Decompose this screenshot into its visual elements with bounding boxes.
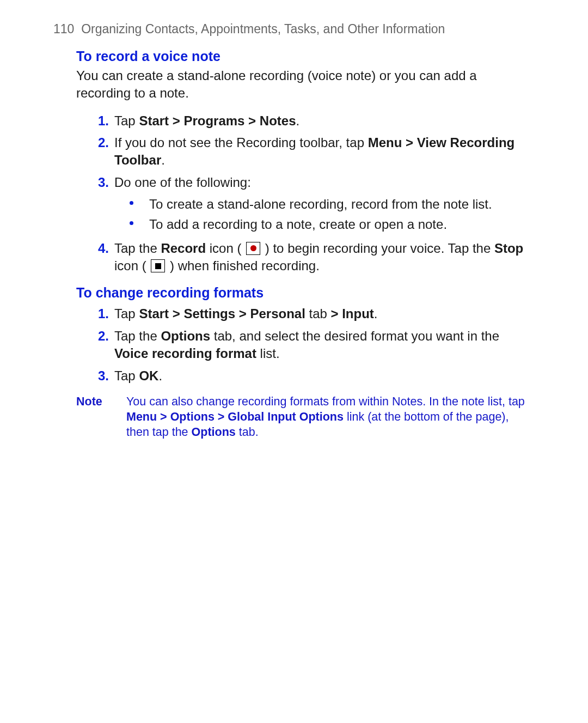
sub-text: To create a stand-alone recording, recor… [149, 197, 492, 211]
note-body: You can also change recording formats fr… [126, 394, 535, 440]
bullet-icon [130, 201, 133, 205]
note-label: Note [76, 394, 126, 440]
step-text: icon ( [114, 258, 150, 273]
step-number: 3. [93, 174, 109, 191]
step-number: 1. [93, 112, 109, 130]
step-1-4: 4. Tap the Record icon ( ) to begin reco… [93, 238, 535, 277]
step-text: tab [305, 306, 331, 321]
step-number: 3. [93, 367, 109, 385]
step-number: 1. [93, 305, 109, 323]
step-text: Tap [114, 113, 139, 128]
note-bold: Menu > Options > Global Input Options [126, 410, 344, 423]
step-bold: > Input [331, 306, 374, 321]
step-bold: Stop [494, 241, 523, 256]
step-text: Tap the [114, 241, 161, 256]
step-bold: Record [161, 241, 206, 256]
step-text: list. [256, 346, 280, 361]
stop-icon [151, 259, 165, 272]
step-bold: OK [139, 368, 158, 383]
step-1-3-sublist: To create a stand-alone recording, recor… [114, 195, 535, 234]
step-text: . [296, 113, 299, 128]
bullet-icon [130, 221, 133, 225]
step-bold: Start > Programs > Notes [139, 113, 296, 128]
sub-text: To add a recording to a note, create or … [149, 217, 447, 232]
step-bold: Options [161, 329, 210, 343]
note-bold: Options [192, 426, 236, 439]
step-number: 2. [93, 327, 109, 345]
step-2-3: 3. Tap OK. [93, 365, 535, 387]
step-text: . [374, 306, 378, 321]
record-icon [246, 242, 260, 255]
section1-steps: 1. Tap Start > Programs > Notes. 2. If y… [76, 110, 535, 277]
section2-steps: 1. Tap Start > Settings > Personal tab >… [76, 303, 535, 387]
step-1-3: 3. Do one of the following: To create a … [93, 172, 535, 238]
note-block: Note You can also change recording forma… [76, 394, 535, 440]
step-text: ) when finished recording. [166, 258, 319, 273]
step-text: If you do not see the Recording toolbar,… [114, 135, 368, 150]
note-text: tab. [236, 426, 259, 439]
step-2-2: 2. Tap the Options tab, and select the d… [93, 325, 535, 365]
step-text: ) to begin recording your voice. Tap the [261, 241, 494, 256]
step-text: . [161, 153, 165, 167]
section1-intro: You can create a stand-alone recording (… [76, 67, 535, 102]
step-1-1: 1. Tap Start > Programs > Notes. [93, 110, 535, 132]
step-text: tab, and select the desired format you w… [210, 329, 499, 343]
content-area: To record a voice note You can create a … [53, 47, 535, 440]
step-number: 2. [93, 134, 109, 151]
step-text: Tap [114, 368, 139, 383]
page: 110 Organizing Contacts, Appointments, T… [0, 0, 588, 440]
step-text: Do one of the following: [114, 175, 251, 190]
sub-item: To add a recording to a note, create or … [130, 215, 535, 234]
step-number: 4. [93, 240, 109, 257]
step-text: icon ( [206, 241, 245, 256]
step-text: . [158, 368, 162, 383]
page-number: 110 [53, 22, 74, 36]
step-text: Tap [114, 306, 139, 321]
step-1-2: 2. If you do not see the Recording toolb… [93, 132, 535, 172]
chapter-title: Organizing Contacts, Appointments, Tasks… [81, 22, 445, 36]
step-bold: Start > Settings > Personal [139, 306, 305, 321]
section-heading-record: To record a voice note [76, 47, 535, 66]
step-2-1: 1. Tap Start > Settings > Personal tab >… [93, 303, 535, 325]
running-header: 110 Organizing Contacts, Appointments, T… [53, 21, 535, 38]
section-heading-formats: To change recording formats [76, 284, 535, 302]
step-bold: Voice recording format [114, 346, 256, 361]
step-text: Tap the [114, 329, 161, 343]
sub-item: To create a stand-alone recording, recor… [130, 195, 535, 214]
note-text: You can also change recording formats fr… [126, 395, 525, 408]
